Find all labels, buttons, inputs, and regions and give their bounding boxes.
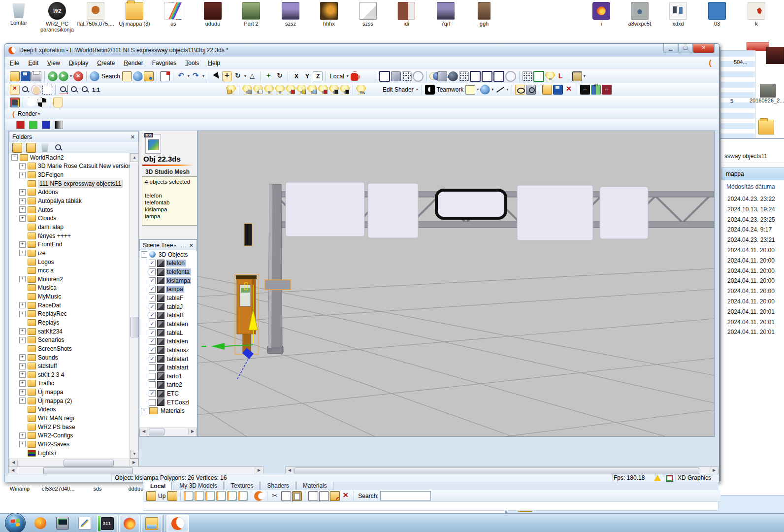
scene-tree-item[interactable]: ✓lampa [140,285,196,294]
view2-icon[interactable] [195,491,204,501]
menu-view[interactable]: View [43,58,65,68]
scrollbar-thumb[interactable] [149,429,164,435]
etc-gate-sign[interactable] [436,190,506,218]
firefox-icon[interactable] [119,515,140,532]
folder-tree-item[interactable]: +Autópálya táblák [9,197,130,205]
paint-icon[interactable] [75,515,95,532]
chevron-down-icon[interactable]: ▾ [491,87,493,92]
back-icon[interactable] [48,71,58,81]
dark-sphere-icon[interactable] [448,71,458,81]
expand-icon[interactable]: + [19,163,26,169]
link-globe-icon[interactable] [480,85,490,95]
chevron-down-icon[interactable]: ▾ [188,74,190,78]
file-date-modified[interactable]: 2024.04.11. 20:00 [727,256,775,266]
folder-tree-item[interactable]: +Motoren2 [9,275,130,284]
folder-tree-item[interactable]: +WR2-Configs [9,432,130,440]
solid-sphere-icon[interactable]: Solid [429,72,437,80]
folders-panel-header[interactable]: Folders ✕ [9,131,138,143]
chevron-down-icon[interactable]: ▾ [416,87,418,92]
collapse-icon[interactable]: − [11,154,18,161]
folder-tree-item[interactable]: +Sounds [9,353,130,362]
desktop-icon[interactable]: flat,750x,075,... [76,2,115,27]
bulb-half-icon[interactable] [340,85,350,95]
redo-icon[interactable] [191,71,201,81]
favorites-folder-icon[interactable] [144,71,154,81]
checkbox-checked[interactable]: ✓ [149,303,156,310]
folder-tree-item[interactable]: +FrontEnd [9,240,130,249]
delete-view-icon[interactable] [564,85,574,95]
santa-hat-icon[interactable] [350,71,360,81]
c-logo-icon[interactable] [254,491,264,501]
color-swatch[interactable] [42,121,50,129]
search-input[interactable] [380,491,431,500]
folder-tree-item[interactable]: WR MAN régi [9,414,130,423]
chevron-down-icon[interactable]: ▾ [584,74,586,78]
checkbox-checked[interactable]: ✓ [149,260,156,266]
checkbox-checked[interactable]: ✓ [149,390,156,397]
zoom-select-icon[interactable] [21,85,31,95]
file-date-modified[interactable]: 2024.04.11. 20:00 [727,266,775,276]
desktop-icon[interactable]: hhhx [310,2,348,27]
swap-colors-icon[interactable] [591,85,601,95]
grid-table-icon[interactable] [572,71,582,81]
checker-shield-icon[interactable] [37,98,47,107]
scene-tree-item[interactable]: ✓kislampa [140,276,196,285]
checkbox-checked[interactable]: ✓ [149,330,156,336]
shaded-cube-icon[interactable] [391,71,401,81]
scene-tree-header[interactable]: Scene Tree ▾ … ✕ [139,239,197,251]
desktop-icon[interactable]: as [154,2,193,27]
desktop-icon-label[interactable]: Winamp [0,486,40,492]
zoom-in-icon[interactable] [59,85,68,95]
media-player-icon[interactable] [97,515,118,532]
bulb-white-icon[interactable] [253,85,263,95]
expand-icon[interactable]: + [19,241,26,248]
desktop-icon-label[interactable]: sds [77,486,118,492]
file-date-modified[interactable]: 2024.04.11. 20:00 [727,297,775,307]
checkbox-checked[interactable]: ✓ [149,312,156,319]
checkbox-unchecked[interactable] [149,364,156,371]
tab-materials[interactable]: Materials [296,481,333,490]
expand-icon[interactable]: + [19,328,26,334]
view1-icon[interactable] [184,491,194,501]
paste-icon[interactable] [292,491,302,501]
edit-folder-icon[interactable] [26,143,36,153]
folder-tree-item[interactable]: ScreenShots [9,344,130,353]
bulb-blue-icon[interactable] [307,85,317,95]
folder-tree-item[interactable]: fényes ++++ [9,232,130,240]
folder-tree-item[interactable]: MyMusic [9,292,130,301]
wire-shell-icon[interactable] [26,98,36,107]
bulb-s-icon[interactable] [356,85,366,95]
menu-favorites[interactable]: Favorites [148,58,181,68]
rename-icon[interactable] [330,491,340,501]
bulb-yellow-icon[interactable] [296,85,306,95]
line-tool-icon[interactable] [495,85,505,95]
menu-display[interactable]: Display [65,58,93,68]
scene-tree-item[interactable]: tarto1 [140,372,196,381]
bulb-plain2-icon[interactable] [275,85,285,95]
desktop-thumbnail[interactable] [766,47,784,64]
desktop-icon[interactable]: Part 2 [232,2,270,27]
desktop-folder-icon[interactable] [758,120,774,134]
paste-link-icon[interactable] [308,491,318,501]
color-swatch[interactable] [29,121,37,129]
gantry-pole[interactable] [267,184,283,354]
save-view-icon[interactable] [553,85,563,95]
file-date-modified[interactable]: 2024.04.23. 23:22 [727,194,775,204]
tab-textures[interactable]: Textures [225,481,260,490]
folder-tree-item[interactable]: +stKit 2 3 4 [9,370,130,379]
ghost-cube-icon[interactable] [437,71,447,81]
expand-icon[interactable]: + [19,276,26,282]
menu-render[interactable]: Render [119,58,147,68]
checkbox-unchecked[interactable] [149,373,156,380]
new-folder-icon[interactable] [167,491,177,501]
bulb-icon[interactable] [545,71,555,81]
expand-icon[interactable]: + [19,398,26,404]
checkbox-checked[interactable]: ✓ [149,286,156,293]
scene-tree-item[interactable]: ✓tablaJ [140,302,196,311]
rotate-icon[interactable] [233,71,243,81]
checkbox-checked[interactable]: ✓ [149,356,156,363]
folder-tree-item[interactable]: +3D Marie Rose Catsuit New version [9,162,130,171]
chevron-down-icon[interactable]: ▾ [347,74,349,78]
expand-icon[interactable]: + [19,198,26,204]
scene-tree-item[interactable]: ✓tablaF [140,294,196,302]
